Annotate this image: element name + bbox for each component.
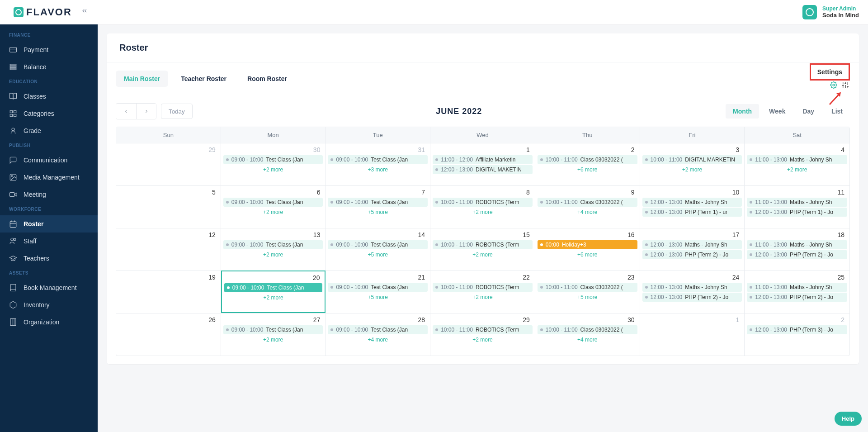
calendar-cell[interactable]: 810:00 - 11:00ROBOTICS (Term+2 more xyxy=(430,185,535,228)
calendar-cell[interactable]: 1409:00 - 10:00Test Class (Jan+5 more xyxy=(326,228,430,271)
calendar-event[interactable]: 10:00 - 11:00Class 03032022 ( xyxy=(538,198,637,207)
calendar-cell[interactable]: 2809:00 - 10:00Test Class (Jan+4 more xyxy=(326,313,430,356)
sidebar-item-inventory[interactable]: Inventory xyxy=(0,296,98,313)
settings-button[interactable]: Settings xyxy=(810,63,850,81)
calendar-cell[interactable]: 26 xyxy=(116,313,221,356)
calendar-cell[interactable]: 3010:00 - 11:00Class 03032022 (+4 more xyxy=(535,313,640,356)
tab-room-roster[interactable]: Room Roster xyxy=(239,71,295,87)
sidebar-item-book-management[interactable]: Book Management xyxy=(0,279,98,296)
calendar-event[interactable]: 11:00 - 13:00Maths - Johny Sh xyxy=(747,155,847,164)
more-events-link[interactable]: +5 more xyxy=(327,208,429,217)
calendar-cell[interactable]: 12 xyxy=(116,228,221,271)
calendar-cell[interactable]: 609:00 - 10:00Test Class (Jan+2 more xyxy=(221,185,326,228)
calendar-event[interactable]: 12:00 - 13:00Maths - Johny Sh xyxy=(642,283,742,292)
sidebar-item-categories[interactable]: Categories xyxy=(0,105,98,122)
calendar-event[interactable]: 12:00 - 13:00Maths - Johny Sh xyxy=(642,240,742,249)
prev-month-button[interactable] xyxy=(116,104,136,119)
more-events-link[interactable]: +2 more xyxy=(222,250,324,259)
next-month-button[interactable] xyxy=(136,104,156,119)
calendar-cell[interactable]: 1012:00 - 13:00Maths - Johny Sh12:00 - 1… xyxy=(640,185,745,228)
more-events-link[interactable]: +2 more xyxy=(746,165,848,174)
calendar-event[interactable]: 12:00 - 13:00PHP (Term 2) - Jo xyxy=(747,293,847,302)
sidebar-item-organization[interactable]: Organization xyxy=(0,313,98,331)
calendar-cell[interactable]: 910:00 - 11:00Class 03032022 (+4 more xyxy=(535,185,640,228)
sidebar-item-teachers[interactable]: Teachers xyxy=(0,250,98,267)
more-events-link[interactable]: +5 more xyxy=(537,293,638,302)
user-menu[interactable]: Super Admin Soda In Mind xyxy=(802,5,859,19)
calendar-event[interactable]: 09:00 - 10:00Test Class (Jan xyxy=(328,283,428,292)
more-events-link[interactable]: +4 more xyxy=(327,335,429,344)
more-events-link[interactable]: +4 more xyxy=(537,335,638,344)
calendar-event[interactable]: 11:00 - 13:00Maths - Johny Sh xyxy=(747,283,847,292)
view-week[interactable]: Week xyxy=(762,104,793,119)
calendar-cell[interactable]: 2109:00 - 10:00Test Class (Jan+5 more xyxy=(326,271,430,313)
calendar-cell[interactable]: 2009:00 - 10:00Test Class (Jan+2 more xyxy=(221,271,326,313)
calendar-event[interactable]: 10:00 - 11:00Class 03032022 ( xyxy=(538,325,637,334)
calendar-event[interactable]: 00:00Holiday+3 xyxy=(538,240,637,249)
calendar-cell[interactable]: 3109:00 - 10:00Test Class (Jan+3 more xyxy=(326,143,430,185)
sidebar-item-classes[interactable]: Classes xyxy=(0,88,98,105)
calendar-event[interactable]: 09:00 - 10:00Test Class (Jan xyxy=(223,155,323,164)
sidebar-item-payment[interactable]: Payment xyxy=(0,41,98,58)
calendar-event[interactable]: 10:00 - 11:00Class 03032022 ( xyxy=(538,283,637,292)
calendar-event[interactable]: 09:00 - 10:00Test Class (Jan xyxy=(223,198,323,207)
logo[interactable]: FLAVOR xyxy=(14,6,72,18)
more-events-link[interactable]: +2 more xyxy=(432,208,533,217)
calendar-cell[interactable]: 1510:00 - 11:00ROBOTICS (Term+2 more xyxy=(430,228,535,271)
calendar-cell[interactable]: 19 xyxy=(116,271,221,313)
calendar-cell[interactable]: 1309:00 - 10:00Test Class (Jan+2 more xyxy=(221,228,326,271)
calendar-event[interactable]: 11:00 - 13:00Maths - Johny Sh xyxy=(747,240,847,249)
calendar-cell[interactable]: 709:00 - 10:00Test Class (Jan+5 more xyxy=(326,185,430,228)
calendar-cell[interactable]: 1 xyxy=(640,313,745,356)
calendar-cell[interactable]: 1111:00 - 13:00Maths - Johny Sh12:00 - 1… xyxy=(745,185,849,228)
calendar-event[interactable]: 09:00 - 10:00Test Class (Jan xyxy=(328,240,428,249)
help-button[interactable]: Help xyxy=(835,412,862,426)
view-list[interactable]: List xyxy=(824,104,850,119)
calendar-cell[interactable]: 2709:00 - 10:00Test Class (Jan+2 more xyxy=(221,313,326,356)
more-events-link[interactable]: +6 more xyxy=(537,250,638,259)
calendar-cell[interactable]: 2511:00 - 13:00Maths - Johny Sh12:00 - 1… xyxy=(745,271,849,313)
tab-teacher-roster[interactable]: Teacher Roster xyxy=(173,71,235,87)
sidebar-item-media-management[interactable]: Media Management xyxy=(0,169,98,186)
sidebar-item-balance[interactable]: Balance xyxy=(0,58,98,76)
calendar-cell[interactable]: 29 xyxy=(116,143,221,185)
calendar-event[interactable]: 09:00 - 10:00Test Class (Jan xyxy=(223,325,323,334)
calendar-event[interactable]: 10:00 - 11:00ROBOTICS (Term xyxy=(433,240,533,249)
calendar-event[interactable]: 10:00 - 11:00Class 03032022 ( xyxy=(538,155,637,164)
sidebar-item-communication[interactable]: Communication xyxy=(0,152,98,169)
calendar-event[interactable]: 12:00 - 13:00PHP (Term 3) - Jo xyxy=(747,325,847,334)
calendar-cell[interactable]: 2910:00 - 11:00ROBOTICS (Term+2 more xyxy=(430,313,535,356)
calendar-event[interactable]: 10:00 - 11:00DIGITAL MARKETIN xyxy=(642,155,742,164)
view-month[interactable]: Month xyxy=(726,104,759,119)
calendar-cell[interactable]: 5 xyxy=(116,185,221,228)
sidebar-item-roster[interactable]: Roster xyxy=(0,215,98,233)
calendar-event[interactable]: 10:00 - 11:00ROBOTICS (Term xyxy=(433,325,533,334)
today-button[interactable]: Today xyxy=(161,104,193,119)
more-events-link[interactable]: +4 more xyxy=(537,208,638,217)
calendar-event[interactable]: 12:00 - 13:00PHP (Term 2) - Jo xyxy=(642,293,742,302)
more-events-link[interactable]: +3 more xyxy=(327,165,429,174)
view-day[interactable]: Day xyxy=(795,104,821,119)
tab-main-roster[interactable]: Main Roster xyxy=(116,71,168,87)
calendar-event[interactable]: 12:00 - 13:00Maths - Johny Sh xyxy=(642,198,742,207)
more-events-link[interactable]: +6 more xyxy=(537,165,638,174)
sidebar-item-grade[interactable]: Grade xyxy=(0,122,98,139)
more-events-link[interactable]: +2 more xyxy=(222,165,324,174)
more-events-link[interactable]: +2 more xyxy=(642,165,743,174)
calendar-event[interactable]: 10:00 - 11:00ROBOTICS (Term xyxy=(433,283,533,292)
calendar-event[interactable]: 11:00 - 13:00Maths - Johny Sh xyxy=(747,198,847,207)
calendar-event[interactable]: 09:00 - 10:00Test Class (Jan xyxy=(223,240,323,249)
calendar-cell[interactable]: 212:00 - 13:00PHP (Term 3) - Jo xyxy=(745,313,849,356)
calendar-cell[interactable]: 2210:00 - 11:00ROBOTICS (Term+2 more xyxy=(430,271,535,313)
more-events-link[interactable]: +2 more xyxy=(432,250,533,259)
calendar-cell[interactable]: 2412:00 - 13:00Maths - Johny Sh12:00 - 1… xyxy=(640,271,745,313)
more-events-link[interactable]: +2 more xyxy=(222,335,324,344)
sidebar-item-staff[interactable]: Staff xyxy=(0,233,98,250)
calendar-cell[interactable]: 210:00 - 11:00Class 03032022 (+6 more xyxy=(535,143,640,185)
calendar-event[interactable]: 12:00 - 13:00DIGITAL MAKETIN xyxy=(433,165,533,174)
more-events-link[interactable]: +2 more xyxy=(432,293,533,302)
calendar-cell[interactable]: 1811:00 - 13:00Maths - Johny Sh12:00 - 1… xyxy=(745,228,849,271)
more-events-link[interactable]: +2 more xyxy=(223,293,324,302)
more-events-link[interactable]: +5 more xyxy=(327,293,429,302)
gear-icon[interactable] xyxy=(830,81,837,90)
